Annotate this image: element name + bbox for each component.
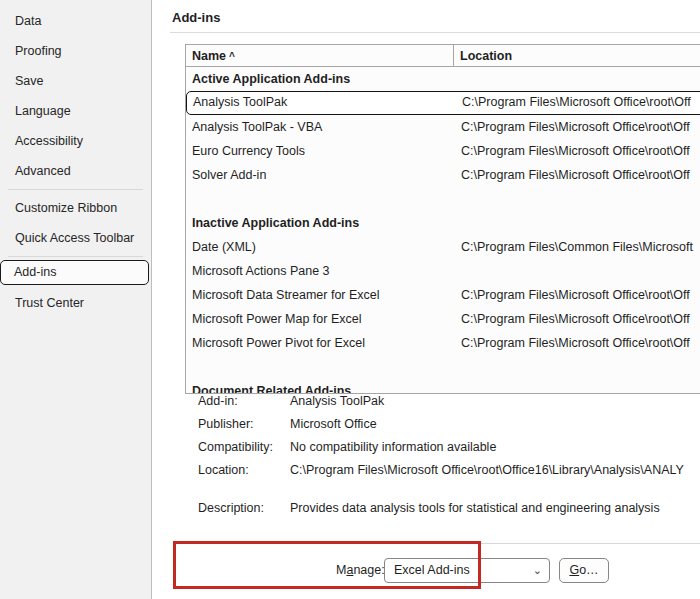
detail-label: Compatibility: (198, 436, 290, 459)
detail-row-compatibility: Compatibility: No compatibility informat… (198, 436, 684, 459)
options-sidebar: Data Proofing Save Language Accessibilit… (0, 0, 152, 599)
sidebar-item-proofing[interactable]: Proofing (0, 36, 151, 66)
table-row[interactable]: Solver Add-in C:\Program Files\Microsoft… (186, 163, 700, 187)
detail-row-description: Description: Provides data analysis tool… (198, 497, 684, 520)
add-in-location: C:\Program Files\Microsoft Office\root\O… (454, 283, 700, 307)
add-in-location: C:\Program Files\Common Files\Microsoft (454, 235, 700, 259)
bottom-divider (325, 543, 700, 544)
add-ins-pane: Add-ins Name^ Location Active Applicatio… (153, 0, 700, 599)
page-title: Add-ins (153, 0, 700, 25)
table-row[interactable]: Analysis ToolPak - VBA C:\Program Files\… (186, 115, 700, 139)
add-in-name: Analysis ToolPak (187, 92, 455, 114)
add-in-name: Date (XML) (186, 235, 454, 259)
go-button[interactable]: Go… (559, 558, 609, 583)
add-in-name: Solver Add-in (186, 163, 454, 187)
manage-label-text: nage: (353, 563, 384, 577)
sidebar-divider (8, 189, 143, 190)
add-in-location: C:\Program Files\Microsoft Office\root\O… (454, 163, 700, 187)
sidebar-divider (8, 256, 143, 257)
sidebar-item-language[interactable]: Language (0, 96, 151, 126)
table-row[interactable]: Microsoft Power Pivot for Excel C:\Progr… (186, 331, 700, 355)
add-in-name: Microsoft Actions Pane 3 (186, 259, 454, 283)
sort-ascending-icon: ^ (229, 51, 235, 62)
sidebar-item-customize-ribbon[interactable]: Customize Ribbon (0, 193, 151, 223)
manage-dropdown[interactable]: Excel Add-ins ⌄ (384, 558, 550, 583)
add-in-location: C:\Program Files\Microsoft Office\root\O… (454, 115, 700, 139)
sidebar-item-quick-access-toolbar[interactable]: Quick Access Toolbar (0, 223, 151, 253)
detail-value: No compatibility information available (290, 436, 496, 459)
add-in-location: C:\Program Files\Microsoft Office\root\O… (454, 307, 700, 331)
add-in-location: C:\Program Files\Microsoft Office\root\O… (454, 139, 700, 163)
table-row[interactable]: Date (XML) C:\Program Files\Common Files… (186, 235, 700, 259)
title-divider (170, 32, 700, 33)
table-spacer-row (186, 355, 700, 379)
table-spacer-row (186, 187, 700, 211)
detail-value: Analysis ToolPak (290, 390, 384, 413)
chevron-down-icon: ⌄ (533, 564, 542, 577)
sidebar-item-save[interactable]: Save (0, 66, 151, 96)
detail-label: Description: (198, 497, 290, 520)
manage-label: Manage: (336, 563, 381, 577)
add-in-location: C:\Program Files\Microsoft Office\root\O… (454, 331, 700, 355)
detail-value: Provides data analysis tools for statist… (290, 497, 660, 520)
table-row[interactable]: Microsoft Data Streamer for Excel C:\Pro… (186, 283, 700, 307)
detail-label: Location: (198, 459, 290, 482)
sidebar-item-data[interactable]: Data (0, 6, 151, 36)
go-button-label: o… (579, 563, 598, 577)
add-in-name: Euro Currency Tools (186, 139, 454, 163)
detail-value: Microsoft Office (290, 413, 377, 436)
sidebar-item-add-ins[interactable]: Add-ins (0, 260, 149, 285)
manage-label-text: M (336, 563, 346, 577)
detail-label: Publisher: (198, 413, 290, 436)
table-section-active-add-ins: Active Application Add-ins (186, 67, 700, 91)
sidebar-item-advanced[interactable]: Advanced (0, 156, 151, 186)
table-section-inactive-add-ins: Inactive Application Add-ins (186, 211, 700, 235)
add-in-location (454, 259, 700, 283)
add-in-name: Microsoft Power Map for Excel (186, 307, 454, 331)
detail-label: Add-in: (198, 390, 290, 413)
add-in-name: Microsoft Power Pivot for Excel (186, 331, 454, 355)
add-in-name: Microsoft Data Streamer for Excel (186, 283, 454, 307)
column-header-name[interactable]: Name^ (186, 45, 454, 66)
manage-row: Manage: Excel Add-ins ⌄ Go… (336, 557, 609, 583)
table-row[interactable]: Microsoft Power Map for Excel C:\Program… (186, 307, 700, 331)
add-in-location: C:\Program Files\Microsoft Office\root\O… (455, 92, 700, 114)
table-row[interactable]: Analysis ToolPak C:\Program Files\Micros… (186, 91, 700, 115)
add-in-name: Analysis ToolPak - VBA (186, 115, 454, 139)
detail-value: C:\Program Files\Microsoft Office\root\O… (290, 459, 684, 482)
sidebar-item-accessibility[interactable]: Accessibility (0, 126, 151, 156)
go-button-accesskey: G (569, 563, 579, 577)
table-row[interactable]: Microsoft Actions Pane 3 (186, 259, 700, 283)
table-header-row: Name^ Location (186, 45, 700, 67)
detail-row-publisher: Publisher: Microsoft Office (198, 413, 684, 436)
column-header-location[interactable]: Location (454, 45, 700, 66)
column-header-name-label: Name (192, 49, 226, 63)
detail-row-add-in: Add-in: Analysis ToolPak (198, 390, 684, 413)
manage-dropdown-value: Excel Add-ins (394, 563, 533, 577)
table-row[interactable]: Euro Currency Tools C:\Program Files\Mic… (186, 139, 700, 163)
add-ins-table: Name^ Location Active Application Add-in… (185, 44, 700, 394)
selected-add-in-details: Add-in: Analysis ToolPak Publisher: Micr… (198, 390, 684, 520)
detail-row-location: Location: C:\Program Files\Microsoft Off… (198, 459, 684, 482)
sidebar-item-trust-center[interactable]: Trust Center (0, 288, 151, 318)
